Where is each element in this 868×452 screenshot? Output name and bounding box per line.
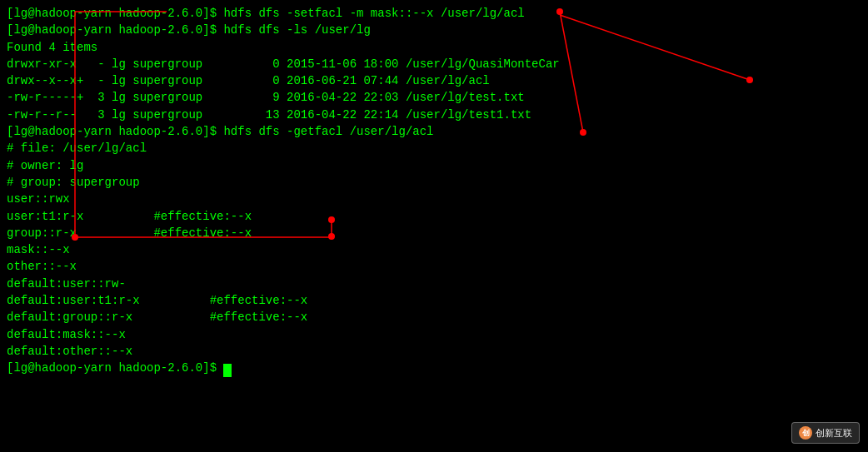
terminal-line: default:group::r-x #effective:--x bbox=[7, 309, 861, 325]
terminal-line: drwxr-xr-x - lg supergroup 0 2015-11-06 … bbox=[7, 56, 861, 72]
terminal-line: user:t1:r-x #effective:--x bbox=[7, 208, 861, 225]
terminal-line: -rw-r--r-- 3 lg supergroup 13 2016-04-22… bbox=[7, 107, 861, 123]
terminal-line: # file: /user/lg/acl bbox=[7, 140, 861, 156]
terminal-line: -rw-r-----+ 3 lg supergroup 9 2016-04-22… bbox=[7, 89, 861, 106]
terminal-cursor bbox=[223, 364, 232, 377]
terminal-line: default:other::--x bbox=[7, 343, 861, 360]
watermark-icon: 创 bbox=[799, 426, 812, 440]
terminal-line: group::r-x #effective:--x bbox=[7, 225, 861, 241]
terminal-line: user::rwx bbox=[7, 191, 861, 207]
terminal-line: [lg@hadoop-yarn hadoop-2.6.0]$ hdfs dfs … bbox=[7, 22, 861, 38]
terminal-line: other::--x bbox=[7, 258, 861, 275]
terminal-line: default:user:t1:r-x #effective:--x bbox=[7, 292, 861, 309]
terminal-line: # owner: lg bbox=[7, 157, 861, 174]
terminal-line: drwx--x--x+ - lg supergroup 0 2016-06-21… bbox=[7, 72, 861, 89]
watermark-text: 创新互联 bbox=[816, 427, 852, 440]
terminal: [lg@hadoop-yarn hadoop-2.6.0]$ hdfs dfs … bbox=[0, 0, 868, 452]
terminal-line: [lg@hadoop-yarn hadoop-2.6.0]$ bbox=[7, 360, 861, 376]
terminal-line: default:mask::--x bbox=[7, 326, 861, 343]
terminal-line: default:user::rw- bbox=[7, 276, 861, 292]
terminal-line: # group: supergroup bbox=[7, 174, 861, 191]
terminal-line: [lg@hadoop-yarn hadoop-2.6.0]$ hdfs dfs … bbox=[7, 123, 861, 140]
terminal-line: Found 4 items bbox=[7, 39, 861, 56]
terminal-line: mask::--x bbox=[7, 241, 861, 258]
watermark: 创 创新互联 bbox=[791, 422, 860, 444]
terminal-line: [lg@hadoop-yarn hadoop-2.6.0]$ hdfs dfs … bbox=[7, 5, 861, 22]
